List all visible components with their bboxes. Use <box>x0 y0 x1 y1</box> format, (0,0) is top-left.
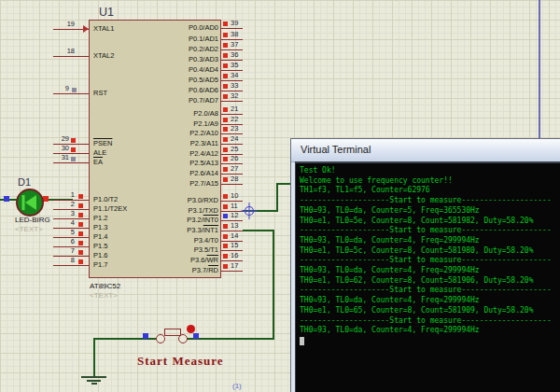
pin-label: P0.6/AD6 <box>138 86 218 94</box>
pin-label: P1.3 <box>93 223 107 231</box>
pin-number-7: 7 <box>49 247 75 255</box>
pin-label: P3.0/RXD <box>138 196 218 204</box>
pin-stub-39[interactable] <box>221 28 243 29</box>
pin-label: P0.5/AD5 <box>138 76 218 84</box>
terminal-line: TH0=93, TL0=da, Counter=5, Freq=365530Hz <box>300 206 552 217</box>
pin-number-2: 2 <box>49 201 75 208</box>
terminal-line: TH0=e1, TL0=5e, Counter=8, Count=581982,… <box>300 217 552 227</box>
pin-state-indicator <box>223 147 228 152</box>
pin-number-13: 13 <box>231 222 244 230</box>
terminal-line: TH0=e1, TL0=62, Counter=8, Count=581906,… <box>300 276 552 287</box>
sheet-border-line <box>539 0 540 140</box>
pin-number-38: 38 <box>231 31 244 38</box>
led-icon[interactable] <box>16 189 44 217</box>
pin-label: EA <box>93 158 103 166</box>
pin-number-23: 23 <box>231 125 244 133</box>
pin-number-35: 35 <box>231 62 244 69</box>
button-actuator-dot[interactable] <box>187 325 195 333</box>
terminal-line: TH0=93, TL0=da, Counter=4, Freq=299994Hz <box>300 326 552 336</box>
pin-state-indicator <box>223 214 228 218</box>
pin-label: P3.5/T1 <box>138 245 218 254</box>
pin-label: RST <box>93 89 107 97</box>
pin-state-indicator <box>223 84 228 89</box>
pin-number-4: 4 <box>49 219 75 227</box>
terminal-line: --------------------Start to measure----… <box>300 196 552 206</box>
pin-number-6: 6 <box>49 238 75 245</box>
pin-label: P2.6/A14 <box>138 169 218 177</box>
pin-stub-18[interactable] <box>53 56 89 57</box>
pin-stub-32[interactable] <box>221 101 243 102</box>
pin-label: P3.1/TXD <box>138 206 218 215</box>
pin-number-36: 36 <box>231 51 244 59</box>
pin-state-indicator <box>78 194 83 199</box>
pin-label: P2.0/A8 <box>138 109 218 118</box>
pin-label: P2.1/A9 <box>138 119 218 128</box>
pin-state-indicator <box>223 118 228 122</box>
pin-state-indicator <box>223 157 228 161</box>
pin-label: P0.0/AD0 <box>138 23 218 32</box>
button-label: Start Measure <box>137 354 224 369</box>
pin-label: P0.7/AD7 <box>138 96 218 105</box>
terminal-line: --------------------Start to measure----… <box>300 226 552 236</box>
pin-number-14: 14 <box>231 232 244 240</box>
pin-number-24: 24 <box>231 135 244 143</box>
terminal-line: TH0=93, TL0=da, Counter=4, Freq=299994Hz <box>300 236 552 246</box>
pin-number-34: 34 <box>231 72 244 79</box>
pin-state-indicator <box>223 74 228 78</box>
pin-state-indicator <box>223 21 228 26</box>
pin-state-indicator <box>78 203 83 208</box>
pin-state-indicator <box>71 138 76 143</box>
terminal-line: --------------------Start to measure----… <box>300 256 552 266</box>
terminal-line: Welcome to use frequency counter!! <box>300 176 552 187</box>
window-title: Virtual Terminal <box>301 144 371 155</box>
window-titlebar[interactable]: Virtual Terminal <box>291 139 560 162</box>
pin-label: P0.3/AD3 <box>138 55 218 63</box>
pin-label: P2.5/A13 <box>138 159 218 167</box>
pin-number-21: 21 <box>231 105 244 113</box>
pin-label: P1.1/T2EX <box>93 204 127 213</box>
pin-label: ALE <box>93 148 106 157</box>
pin-label: P2.7/A15 <box>138 179 218 188</box>
terminal-line: TH1=f3, TL1=f5, Counter=62976 <box>300 186 552 196</box>
push-button-icon[interactable] <box>164 329 181 336</box>
pin-number-31: 31 <box>44 154 69 161</box>
pin-number-1: 1 <box>49 191 75 199</box>
pin-number-9: 9 <box>44 85 69 92</box>
terminal-line: TH0=e1, TL0=65, Counter=8, Count=581909,… <box>300 306 552 316</box>
origin-marker-icon <box>241 203 258 223</box>
pin-number-26: 26 <box>231 155 244 162</box>
pin-label: P3.2/INT0 <box>138 216 218 224</box>
pin-state-indicator <box>223 33 228 37</box>
pin-number-5: 5 <box>49 229 75 236</box>
pin-number-37: 37 <box>231 41 244 49</box>
pin-label: P3.3/INT1 <box>138 226 218 234</box>
chip-part-label: AT89C52 <box>90 282 120 290</box>
pin-state-indicator <box>223 264 228 269</box>
terminal-screen: Test Ok!Welcome to use frequency counter… <box>295 161 560 392</box>
pin-label: P0.1/AD1 <box>138 35 218 43</box>
pin-stub-8[interactable] <box>53 265 89 266</box>
pin-label: P0.4/AD4 <box>138 65 218 74</box>
pin-state-indicator <box>71 157 76 161</box>
terminal-line: --------------------Start to measure----… <box>300 286 552 296</box>
edit-cursor-mark: (1) <box>232 382 242 390</box>
pin-state-indicator <box>223 177 228 182</box>
pin-label: P3.6/WR <box>138 256 218 264</box>
pin-label: P1.6 <box>93 251 107 259</box>
pin-state-indicator <box>78 213 83 217</box>
pin-label: XTAL2 <box>93 51 114 60</box>
pin-number-25: 25 <box>231 146 244 153</box>
pin-stub-31[interactable] <box>53 162 89 163</box>
pin-state-indicator <box>78 222 83 227</box>
terminal-line: --------------------Start to measure----… <box>300 316 552 327</box>
pin-state-indicator <box>223 43 228 48</box>
pin-stub-28[interactable] <box>221 184 243 185</box>
pin-stub-9[interactable] <box>53 93 89 94</box>
pin-state-indicator <box>223 53 228 58</box>
pin-state-indicator <box>223 254 228 259</box>
pin-label: XTAL1 <box>93 24 114 33</box>
pin-stub-17[interactable] <box>221 271 243 272</box>
terminal-output: Test Ok!Welcome to use frequency counter… <box>300 166 552 336</box>
virtual-terminal-window[interactable]: Virtual Terminal Test Ok!Welcome to use … <box>290 138 560 392</box>
pin-label: P1.7 <box>93 260 107 269</box>
